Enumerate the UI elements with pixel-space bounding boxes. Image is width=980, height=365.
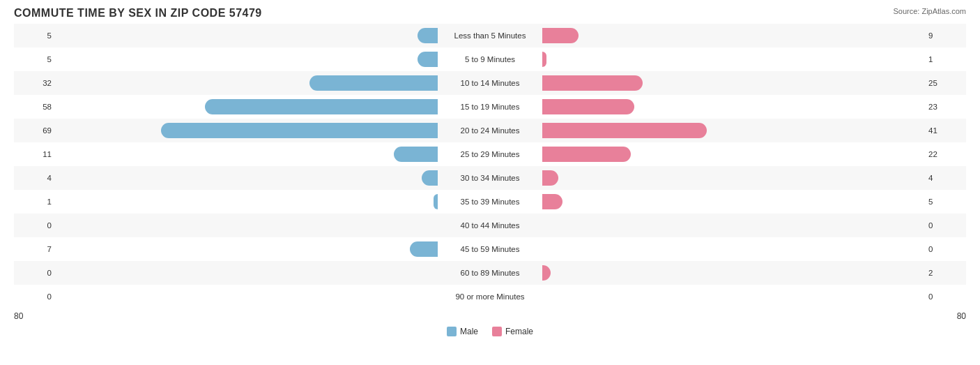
val-female: 9 [924,31,966,40]
female-bar [542,170,558,186]
male-bar [422,170,438,186]
legend: Male Female [14,327,966,336]
table-row: 5 Less than 5 Minutes 9 [14,24,966,47]
table-row: 1 35 to 39 Minutes 5 [14,190,966,214]
row-label: 35 to 39 Minutes [438,198,542,206]
female-bar-cell [542,218,924,233]
female-bar-cell [542,147,924,162]
val-female: 4 [924,174,966,182]
male-bar-cell [56,75,438,91]
val-male: 4 [14,174,56,182]
female-bar [542,265,551,281]
legend-female-label: Female [505,327,533,336]
female-bar [542,147,631,162]
chart-inner: 5 Less than 5 Minutes 9 5 5 to 9 Minutes… [14,24,966,308]
male-bar-cell [56,194,438,209]
source-text: Source: ZipAtlas.com [893,7,966,15]
male-bar [309,75,438,91]
male-bar-cell [56,218,438,233]
legend-female: Female [492,327,533,336]
val-male: 1 [14,198,56,206]
val-male: 69 [14,126,56,135]
male-bar-cell [56,99,438,114]
female-bar [542,99,634,114]
axis-labels: 80 80 [14,311,966,321]
axis-right: 80 [957,311,966,321]
female-bar-cell [542,52,924,67]
row-label: 20 to 24 Minutes [438,126,542,135]
male-bar [410,241,438,257]
val-female: 23 [924,103,966,111]
row-label: 25 to 29 Minutes [438,150,542,158]
row-label: 30 to 34 Minutes [438,174,542,182]
val-female: 0 [924,245,966,253]
val-male: 0 [14,221,56,230]
val-male: 0 [14,292,56,301]
female-bar [542,28,579,43]
row-label: 15 to 19 Minutes [438,103,542,111]
female-bar-cell [542,28,924,43]
female-bar-cell [542,170,924,186]
male-bar-cell [56,265,438,281]
table-row: 5 5 to 9 Minutes 1 [14,47,966,71]
female-bar-cell [542,289,924,304]
table-row: 0 60 to 89 Minutes 2 [14,261,966,285]
legend-female-box [492,327,502,336]
val-female: 0 [924,221,966,230]
table-row: 4 30 to 34 Minutes 4 [14,166,966,190]
table-row: 32 10 to 14 Minutes 25 [14,71,966,95]
axis-left: 80 [14,311,23,321]
val-female: 0 [924,292,966,301]
female-bar-cell [542,194,924,209]
female-bar [542,194,562,209]
male-bar [418,52,438,67]
val-female: 25 [924,79,966,87]
table-row: 0 90 or more Minutes 0 [14,285,966,308]
row-label: 10 to 14 Minutes [438,79,542,87]
male-bar-cell [56,123,438,138]
female-bar [542,75,643,91]
male-bar [205,99,438,114]
val-male: 0 [14,269,56,277]
chart-container: COMMUTE TIME BY SEX IN ZIP CODE 57479 So… [0,0,980,365]
row-label: 45 to 59 Minutes [438,245,542,253]
table-row: 0 40 to 44 Minutes 0 [14,214,966,237]
val-female: 22 [924,150,966,158]
val-female: 2 [924,269,966,277]
val-male: 5 [14,31,56,40]
val-male: 58 [14,103,56,111]
row-label: 40 to 44 Minutes [438,221,542,230]
chart-title: COMMUTE TIME BY SEX IN ZIP CODE 57479 [14,7,966,20]
male-bar [394,147,438,162]
legend-male-box [447,327,457,336]
female-bar [542,52,546,67]
table-row: 11 25 to 29 Minutes 22 [14,142,966,166]
val-male: 5 [14,55,56,64]
male-bar-cell [56,289,438,304]
val-male: 32 [14,79,56,87]
row-label: 5 to 9 Minutes [438,55,542,64]
female-bar-cell [542,265,924,281]
female-bar [542,123,707,138]
table-row: 58 15 to 19 Minutes 23 [14,95,966,119]
row-label: Less than 5 Minutes [438,31,542,40]
val-female: 41 [924,126,966,135]
male-bar-cell [56,170,438,186]
male-bar-cell [56,28,438,43]
female-bar-cell [542,99,924,114]
table-row: 69 20 to 24 Minutes 41 [14,119,966,142]
table-row: 7 45 to 59 Minutes 0 [14,237,966,261]
legend-male: Male [447,327,478,336]
val-female: 1 [924,55,966,64]
val-male: 7 [14,245,56,253]
row-label: 60 to 89 Minutes [438,269,542,277]
female-bar-cell [542,123,924,138]
female-bar-cell [542,75,924,91]
legend-male-label: Male [460,327,478,336]
male-bar [161,123,438,138]
male-bar-cell [56,147,438,162]
male-bar-cell [56,52,438,67]
male-bar-cell [56,241,438,257]
val-female: 5 [924,198,966,206]
male-bar [418,28,438,43]
